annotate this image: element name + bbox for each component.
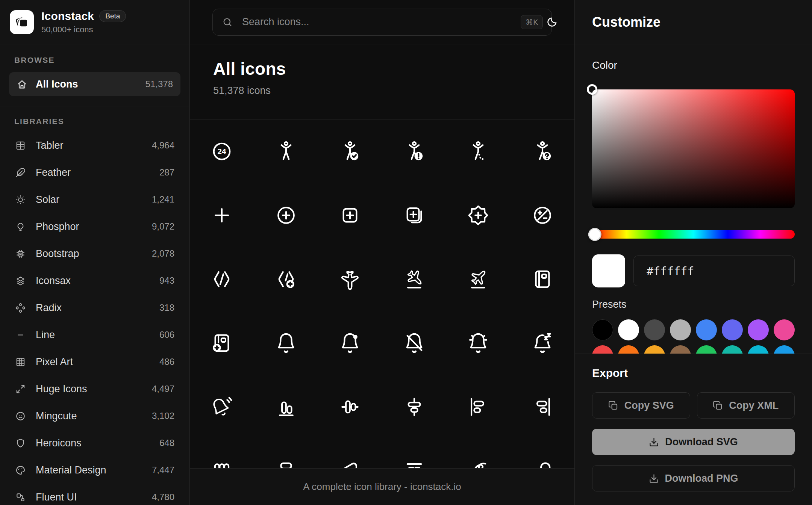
home-icon bbox=[17, 79, 27, 90]
sidebar-item-all-icons[interactable]: All Icons 51,378 bbox=[9, 72, 180, 96]
preset-color-f97316[interactable] bbox=[618, 345, 639, 354]
preset-color-4285f4[interactable] bbox=[696, 319, 717, 340]
search-bar: ⌘K bbox=[212, 9, 552, 36]
preset-color-f5a623[interactable] bbox=[644, 345, 665, 354]
icon-cell-accessibility-dots[interactable] bbox=[446, 119, 511, 183]
sidebar-item-fluent-ui[interactable]: Fluent UI4,780 bbox=[9, 484, 180, 505]
hex-color-input[interactable] bbox=[633, 256, 795, 286]
download-svg-button[interactable]: Download SVG bbox=[592, 429, 795, 455]
plus-seal-icon bbox=[467, 204, 489, 226]
preset-color-8d6748[interactable] bbox=[670, 345, 691, 354]
sidebar-item-bootstrap[interactable]: Bootstrap2,078 bbox=[9, 240, 180, 267]
hue-slider[interactable] bbox=[592, 230, 795, 239]
align-left-icon bbox=[467, 396, 489, 418]
theme-toggle-button[interactable] bbox=[544, 14, 560, 30]
icon-cell-align-center-vertical[interactable] bbox=[382, 375, 447, 439]
picker-handle[interactable] bbox=[587, 84, 597, 95]
search-header: ⌘K bbox=[190, 0, 574, 44]
icon-cell-swoosh[interactable] bbox=[446, 439, 511, 468]
sidebar-item-mingcute[interactable]: Mingcute3,102 bbox=[9, 402, 180, 429]
sidebar-item-solar[interactable]: Solar1,241 bbox=[9, 186, 180, 213]
icon-cell-align-center-horizontal[interactable] bbox=[318, 375, 382, 439]
sidebar-item-label: Mingcute bbox=[36, 410, 77, 422]
icon-cell-hook[interactable] bbox=[511, 439, 575, 468]
icon-cell-bell[interactable] bbox=[254, 311, 318, 375]
icon-cell-align-right[interactable] bbox=[511, 375, 575, 439]
icon-cell-airplane-takeoff[interactable] bbox=[446, 247, 511, 311]
preset-color-000000[interactable] bbox=[592, 319, 613, 340]
sidebar-item-feather[interactable]: Feather287 bbox=[9, 159, 180, 186]
icon-cell-bell-ringing[interactable] bbox=[190, 375, 254, 439]
current-color-swatch[interactable] bbox=[592, 254, 625, 287]
palette-icon bbox=[15, 465, 26, 476]
icon-cell-plus-square[interactable] bbox=[318, 183, 382, 247]
icon-cell-arches[interactable] bbox=[190, 439, 254, 468]
sidebar-item-phosphor[interactable]: Phosphor9,072 bbox=[9, 213, 180, 240]
icon-cell-align-left[interactable] bbox=[446, 375, 511, 439]
icon-cell-plus-seal[interactable] bbox=[446, 183, 511, 247]
icon-cell-accessibility-check[interactable] bbox=[318, 119, 382, 183]
hue-slider-thumb[interactable] bbox=[588, 228, 601, 241]
align-right-icon bbox=[532, 396, 553, 418]
preset-color-0bb7d4[interactable] bbox=[748, 345, 769, 354]
icon-cell-table-columns[interactable] bbox=[382, 439, 447, 468]
copy-xml-button[interactable]: Copy XML bbox=[697, 392, 795, 419]
icon-cell-wedge[interactable] bbox=[318, 439, 382, 468]
icon-cell-align-bottom[interactable] bbox=[254, 375, 318, 439]
search-icon bbox=[222, 17, 233, 27]
accessibility-question-icon bbox=[532, 141, 553, 162]
footer-text: A complete icon library - iconstack.io bbox=[303, 481, 461, 493]
link-squares-icon bbox=[15, 492, 26, 503]
icon-cell-accessibility-question[interactable] bbox=[511, 119, 575, 183]
download-png-button[interactable]: Download PNG bbox=[592, 465, 795, 491]
preset-color-6467f1[interactable] bbox=[722, 319, 743, 340]
app-header: Iconstack Beta 50,000+ icons bbox=[0, 0, 189, 44]
sidebar-item-huge-icons[interactable]: Huge Icons4,497 bbox=[9, 375, 180, 402]
icon-cell-airplane[interactable] bbox=[318, 247, 382, 311]
table-columns-icon bbox=[403, 460, 425, 468]
icon-cell-bell-dot[interactable] bbox=[318, 311, 382, 375]
icon-cell-address-book[interactable] bbox=[511, 247, 575, 311]
icon-cell-rows-stack[interactable] bbox=[254, 439, 318, 468]
sidebar-item-heroicons[interactable]: Heroicons648 bbox=[9, 429, 180, 457]
sidebar-item-label: All Icons bbox=[36, 79, 78, 90]
icon-cell-address-book-plus[interactable] bbox=[190, 311, 254, 375]
sidebar-item-tabler[interactable]: Tabler4,964 bbox=[9, 132, 180, 159]
sidebar-item-count: 7,447 bbox=[152, 465, 174, 475]
icon-cell-plus-square-stack[interactable] bbox=[382, 183, 447, 247]
sidebar-item-count: 4,964 bbox=[152, 140, 174, 151]
copy-svg-button[interactable]: Copy SVG bbox=[592, 392, 690, 419]
icon-cell-bell-alarm[interactable] bbox=[446, 311, 511, 375]
saturation-value-picker[interactable] bbox=[592, 89, 795, 208]
sidebar-item-material-design[interactable]: Material Design7,447 bbox=[9, 457, 180, 484]
icon-cell-accessibility-alert[interactable] bbox=[382, 119, 447, 183]
icon-cell-plus[interactable] bbox=[190, 183, 254, 247]
preset-color-4a4a4a[interactable] bbox=[644, 319, 665, 340]
sidebar-item-line[interactable]: Line606 bbox=[9, 321, 180, 348]
preset-color-a855f7[interactable] bbox=[748, 319, 769, 340]
icon-cell-plus-minus-circle[interactable] bbox=[511, 183, 575, 247]
preset-color-ffffff[interactable] bbox=[618, 319, 639, 340]
icon-cell-clock-24[interactable]: 24 bbox=[190, 119, 254, 183]
page-subtitle: 51,378 icons bbox=[213, 85, 551, 97]
icon-cell-airplane-landing[interactable] bbox=[382, 247, 447, 311]
sidebar-item-pixel-art[interactable]: Pixel Art486 bbox=[9, 348, 180, 375]
icon-cell-code-hexagon-plus[interactable] bbox=[254, 247, 318, 311]
icon-cell-accessibility[interactable] bbox=[254, 119, 318, 183]
libraries-section-label: LIBRARIES bbox=[9, 117, 180, 126]
preset-color-22c55e[interactable] bbox=[696, 345, 717, 354]
search-input[interactable] bbox=[212, 9, 552, 36]
icon-cell-plus-circle[interactable] bbox=[254, 183, 318, 247]
sidebar-item-iconsax[interactable]: Iconsax943 bbox=[9, 267, 180, 294]
preset-color-14b8a6[interactable] bbox=[722, 345, 743, 354]
icon-cell-bell-snooze[interactable] bbox=[511, 311, 575, 375]
icon-cell-bell-slash[interactable] bbox=[382, 311, 447, 375]
icon-grid-scroll-area[interactable]: 24 bbox=[190, 119, 574, 468]
preset-color-199be8[interactable] bbox=[774, 345, 795, 354]
preset-color-b3b3b3[interactable] bbox=[670, 319, 691, 340]
preset-color-ef4444[interactable] bbox=[592, 345, 613, 354]
sidebar-item-radix[interactable]: Radix318 bbox=[9, 294, 180, 321]
moon-icon bbox=[546, 16, 558, 28]
preset-color-ec4899[interactable] bbox=[774, 319, 795, 340]
icon-cell-code-hexagon[interactable] bbox=[190, 247, 254, 311]
